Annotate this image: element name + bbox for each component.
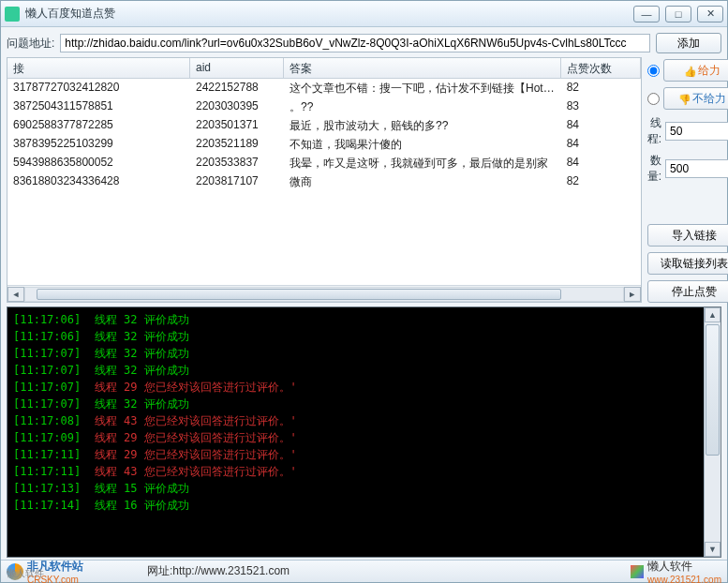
window-controls: — □ ✕	[633, 6, 723, 22]
count-row: 数量:	[647, 153, 728, 185]
scroll-up-icon[interactable]: ▲	[705, 307, 721, 322]
vertical-scrollbar[interactable]: ▲ ▼	[704, 307, 721, 557]
log-line: [11:17:11] 线程 29 您已经对该回答进行过评价。'	[13, 446, 698, 463]
app-icon	[5, 7, 20, 22]
count-label: 数量:	[647, 153, 661, 185]
table-cell: 82	[561, 172, 641, 191]
log-line: [11:17:11] 线程 43 您已经对该回答进行过评价。'	[13, 463, 698, 480]
table-row[interactable]: 5943988635800​0522203533837我晕，咋又是这呀，我就碰到…	[7, 154, 641, 172]
table-cell: 8361880323433​6428	[7, 172, 190, 191]
table-cell: 84	[561, 154, 641, 172]
content-area: 问题地址: 添加 接 aid 答案 点赞次数 3178772703241​282…	[1, 27, 727, 560]
close-button[interactable]: ✕	[697, 6, 723, 22]
url-label: 问题地址:	[7, 36, 54, 52]
vote-up-label: 给力	[698, 63, 721, 79]
scroll-right-icon[interactable]: ►	[624, 287, 641, 302]
log-line: [11:17:06] 线程 32 评价成功	[13, 311, 698, 328]
table-row[interactable]: 3178772703241​28202422152788这个文章也不错：搜一下吧…	[7, 79, 641, 97]
scroll-track[interactable]	[24, 287, 624, 302]
vote-up-radio[interactable]	[647, 65, 660, 77]
table-cell: 3178772703241​2820	[7, 79, 190, 97]
results-table: 接 aid 答案 点赞次数 3178772703241​282024221527…	[7, 57, 642, 303]
main-window: 懒人百度知道点赞 — □ ✕ 问题地址: 添加 接 aid 答案 点赞次数 31…	[0, 0, 728, 583]
log-area[interactable]: [11:17:06] 线程 32 评价成功[11:17:06] 线程 32 评价…	[7, 307, 704, 557]
table-cell: 2203533837	[190, 154, 284, 172]
lanren-name: 懒人软件	[647, 559, 721, 575]
horizontal-scrollbar[interactable]: ◄ ►	[7, 285, 641, 302]
table-cell: 最近，股市波动大，赔钱的多??	[284, 116, 561, 135]
table-body[interactable]: 3178772703241​28202422152788这个文章也不错：搜一下吧…	[7, 79, 641, 285]
col-link[interactable]: 接	[7, 58, 190, 78]
table-cell: 84	[561, 135, 641, 154]
log-line: [11:17:09] 线程 29 您已经对该回答进行过评价。'	[13, 429, 698, 446]
vscroll-track[interactable]	[705, 322, 721, 542]
vote-down-radio[interactable]	[647, 93, 660, 105]
table-cell: 83	[561, 97, 641, 116]
status-bar: 非凡软件站 CRSKY.com 网址:http://www.231521.com…	[1, 560, 727, 582]
stop-like-button[interactable]: 停止点赞	[647, 280, 728, 303]
vscroll-thumb[interactable]	[706, 324, 720, 456]
vote-up-row: 给力	[647, 59, 728, 82]
table-row[interactable]: 3872504311578​8512203030395。??83	[7, 97, 641, 116]
vote-down-button[interactable]: 不给力	[663, 87, 728, 110]
log-line: [11:17:06] 线程 32 评价成功	[13, 328, 698, 345]
status-url: 网址:http://www.231521.com	[91, 563, 623, 579]
table-row[interactable]: 6902588377872​2852203501371最近，股市波动大，赔钱的多…	[7, 116, 641, 135]
log-panel: [11:17:06] 线程 32 评价成功[11:17:06] 线程 32 评价…	[7, 306, 721, 558]
log-line: [11:17:08] 线程 43 您已经对该回答进行过评价。'	[13, 412, 698, 429]
side-panel: 给力 不给力 线程: 数量:	[647, 57, 728, 303]
brand-right[interactable]: 懒人软件 www.231521.com	[631, 559, 721, 584]
col-aid[interactable]: aid	[190, 58, 284, 78]
add-button[interactable]: 添加	[656, 33, 721, 53]
log-line: [11:17:07] 线程 29 您已经对该回答进行过评价。'	[13, 379, 698, 396]
middle-row: 接 aid 答案 点赞次数 3178772703241​282024221527…	[7, 57, 721, 303]
minimize-button[interactable]: —	[633, 6, 660, 22]
vote-up-button[interactable]: 给力	[663, 59, 728, 82]
table-row[interactable]: 3878395225103​2992203521189不知道，我喝果汁傻的84	[7, 135, 641, 154]
table-cell: 2203501371	[190, 116, 284, 135]
thumb-down-icon	[678, 93, 690, 104]
table-cell: 2203521189	[190, 135, 284, 154]
spacer	[647, 190, 728, 218]
import-links-button[interactable]: 导入链接	[647, 224, 728, 247]
log-line: [11:17:07] 线程 32 评价成功	[13, 345, 698, 362]
log-line: [11:17:13] 线程 15 评价成功	[13, 480, 698, 497]
lanren-logo-icon	[631, 565, 644, 578]
table-cell: 这个文章也不错：搜一下吧，估计发不到链接【Hot…	[284, 79, 561, 97]
table-cell: 不知道，我喝果汁傻的	[284, 135, 561, 154]
read-links-button[interactable]: 读取链接列表	[647, 252, 728, 275]
title-bar: 懒人百度知道点赞 — □ ✕	[1, 1, 727, 27]
table-cell: 6902588377872​285	[7, 116, 190, 135]
table-cell: 2203817107	[190, 172, 284, 191]
small-brand-text: 懒人软件	[7, 567, 44, 580]
table-cell: 。??	[284, 97, 561, 116]
table-cell: 3872504311578​851	[7, 97, 190, 116]
lanren-domain: www.231521.com	[647, 575, 721, 584]
table-cell: 3878395225103​299	[7, 135, 190, 154]
count-input[interactable]	[665, 159, 728, 178]
col-answer[interactable]: 答案	[284, 58, 561, 78]
scroll-left-icon[interactable]: ◄	[7, 287, 24, 302]
thread-input[interactable]	[665, 122, 728, 141]
scroll-thumb[interactable]	[37, 289, 561, 300]
log-line: [11:17:14] 线程 16 评价成功	[13, 497, 698, 514]
maximize-button[interactable]: □	[665, 6, 691, 22]
table-cell: 微商	[284, 172, 561, 191]
table-cell: 2203030395	[190, 97, 284, 116]
thread-row: 线程:	[647, 115, 728, 147]
table-cell: 5943988635800​052	[7, 154, 190, 172]
table-cell: 82	[561, 79, 641, 97]
col-likes[interactable]: 点赞次数	[561, 58, 641, 78]
vote-down-label: 不给力	[692, 91, 726, 107]
thread-label: 线程:	[647, 115, 661, 147]
vote-down-row: 不给力	[647, 87, 728, 110]
url-input[interactable]	[60, 34, 650, 52]
table-row[interactable]: 8361880323433​64282203817107微商82	[7, 172, 641, 191]
log-line: [11:17:07] 线程 32 评价成功	[13, 362, 698, 379]
url-row: 问题地址: 添加	[7, 33, 721, 53]
table-cell: 2422152788	[190, 79, 284, 97]
scroll-down-icon[interactable]: ▼	[705, 542, 721, 557]
window-title: 懒人百度知道点赞	[25, 6, 633, 22]
table-cell: 84	[561, 116, 641, 135]
table-header: 接 aid 答案 点赞次数	[7, 58, 641, 79]
